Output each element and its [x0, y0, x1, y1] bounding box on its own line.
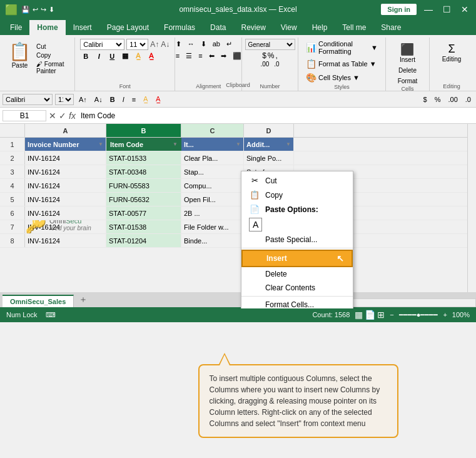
- col-header-d[interactable]: D: [244, 124, 294, 137]
- comma-button[interactable]: ,: [276, 51, 278, 60]
- redo-button[interactable]: ↪: [41, 6, 46, 14]
- increase-decimal-button[interactable]: .00: [258, 60, 271, 68]
- decrease-font-size-button[interactable]: A↓: [161, 40, 170, 49]
- mini-font-select[interactable]: Calibri: [3, 94, 53, 105]
- mini-increase-size-button[interactable]: A↑: [76, 95, 89, 104]
- ctx-format-cells[interactable]: Format Cells...: [241, 298, 353, 308]
- ctx-copy[interactable]: 📋 Copy: [241, 188, 353, 202]
- ctx-cut[interactable]: ✂ Cut: [241, 173, 353, 188]
- insert-cells-button[interactable]: ⬛ Insert: [394, 41, 422, 64]
- col-header-e[interactable]: [294, 124, 476, 137]
- vertical-scrollbar[interactable]: [467, 124, 476, 308]
- cell-c7[interactable]: File Folder w...: [181, 220, 244, 233]
- align-bottom-button[interactable]: ⬇: [198, 39, 209, 49]
- align-center-button[interactable]: ☰: [183, 51, 195, 61]
- currency-button[interactable]: $: [262, 51, 266, 60]
- zoom-slider[interactable]: ━━━━●━━━━: [399, 311, 438, 319]
- cell-c8[interactable]: Binde...: [181, 234, 244, 247]
- font-name-select[interactable]: Calibri: [80, 39, 124, 50]
- cell-b6[interactable]: STAT-00577: [106, 206, 181, 220]
- cell-a5[interactable]: INV-16124: [25, 193, 106, 206]
- cell-b2[interactable]: STAT-01533: [106, 151, 181, 165]
- mini-percent-button[interactable]: %: [432, 95, 443, 104]
- mini-italic-button[interactable]: I: [120, 95, 127, 104]
- mini-fill-color-button[interactable]: A̲: [141, 94, 151, 104]
- tab-share[interactable]: Share: [373, 20, 408, 35]
- normal-view-button[interactable]: ▦: [355, 310, 363, 320]
- cell-a1[interactable]: Invoice Number ▼: [25, 138, 106, 151]
- cell-a8[interactable]: INV-16124: [25, 234, 106, 247]
- border-button[interactable]: ▦: [119, 51, 131, 61]
- align-right-button[interactable]: ≡: [196, 51, 205, 61]
- tab-insert[interactable]: Insert: [66, 20, 99, 35]
- signin-button[interactable]: Sign in: [381, 4, 417, 15]
- autosum-button[interactable]: Σ Editing: [438, 41, 465, 64]
- align-left-button[interactable]: ≡: [173, 51, 182, 61]
- tab-data[interactable]: Data: [203, 20, 233, 35]
- wrap-text-button[interactable]: ↵: [224, 39, 235, 49]
- paste-button[interactable]: 📋 Paste: [6, 40, 33, 70]
- cell-b1[interactable]: Item Code ▼: [106, 138, 181, 151]
- fill-color-button[interactable]: A̲: [133, 51, 144, 61]
- close-button[interactable]: ✕: [458, 4, 471, 14]
- cell-a6[interactable]: INV-16124: [25, 206, 106, 220]
- zoom-plus-button[interactable]: +: [443, 311, 447, 318]
- maximize-button[interactable]: ☐: [440, 4, 453, 14]
- ctx-paste-special[interactable]: Paste Special...: [241, 233, 353, 247]
- sheet-tab-omnisecu-sales[interactable]: OmniSecu_Sales: [3, 295, 74, 307]
- zoom-minus-button[interactable]: −: [390, 311, 393, 318]
- customize-button[interactable]: ⬇: [49, 6, 54, 14]
- cell-c2[interactable]: Clear Pla...: [181, 151, 244, 165]
- cell-c5[interactable]: Open Fil...: [181, 193, 244, 206]
- cell-c1[interactable]: It... ▼: [181, 138, 244, 151]
- tab-formulas[interactable]: Formulas: [156, 20, 203, 35]
- insert-function-button[interactable]: fx: [69, 111, 76, 121]
- align-top-button[interactable]: ⬆: [173, 39, 184, 49]
- font-color-button[interactable]: A̲: [146, 51, 157, 61]
- tab-view[interactable]: View: [273, 20, 305, 35]
- decrease-decimal-button[interactable]: .0: [272, 60, 281, 68]
- tab-home[interactable]: Home: [29, 20, 65, 35]
- tab-file[interactable]: File: [3, 20, 29, 35]
- format-as-table-button[interactable]: 📋 Format as Table ▼: [303, 58, 379, 70]
- cell-c6[interactable]: 2B ...: [181, 206, 244, 220]
- col-header-a[interactable]: A: [25, 124, 106, 137]
- orientation-button[interactable]: ab: [210, 39, 223, 49]
- formula-input[interactable]: [78, 111, 473, 121]
- tab-tell-me[interactable]: Tell me: [335, 20, 373, 35]
- copy-button[interactable]: Copy: [34, 51, 71, 59]
- mini-decrease-size-button[interactable]: A↓: [92, 95, 105, 104]
- mini-size-select[interactable]: 11: [55, 94, 74, 105]
- add-sheet-button[interactable]: ＋: [74, 292, 93, 307]
- dropdown-arrow[interactable]: ▼: [236, 141, 241, 147]
- cell-a7[interactable]: 🔑 OmniSecu feed your brain INV-16124: [25, 220, 106, 233]
- mini-dollar-button[interactable]: $: [421, 95, 430, 104]
- cell-a2[interactable]: INV-16124: [25, 151, 106, 165]
- horizontal-scrollbar[interactable]: [351, 298, 476, 307]
- save-button[interactable]: 💾: [21, 6, 30, 14]
- tab-review[interactable]: Review: [233, 20, 273, 35]
- percent-button[interactable]: %: [268, 51, 275, 60]
- undo-button[interactable]: ↩: [33, 6, 38, 14]
- cell-d1[interactable]: Addit... ▼: [244, 138, 294, 151]
- cell-c3[interactable]: Stap...: [181, 165, 244, 178]
- cell-d2[interactable]: Single Po...: [244, 151, 294, 165]
- increase-font-size-button[interactable]: A↑: [150, 40, 159, 49]
- format-painter-button[interactable]: 🖌 Format Painter: [34, 60, 71, 75]
- decrease-indent-button[interactable]: ⬅: [206, 51, 217, 61]
- cell-c4[interactable]: Compu...: [181, 179, 244, 192]
- conditional-formatting-button[interactable]: 📊 Conditional Formatting ▼: [303, 39, 380, 56]
- cell-b5[interactable]: FURN-05632: [106, 193, 181, 206]
- dropdown-arrow[interactable]: ▼: [173, 141, 178, 147]
- page-break-view-button[interactable]: ⊞: [377, 310, 385, 320]
- mini-align-button[interactable]: ≡: [129, 95, 138, 104]
- page-layout-view-button[interactable]: 📄: [365, 310, 375, 320]
- cell-b8[interactable]: STAT-01204: [106, 234, 181, 247]
- dropdown-arrow[interactable]: ▼: [286, 141, 291, 147]
- paste-option-1[interactable]: A: [249, 218, 262, 232]
- underline-button[interactable]: U: [106, 52, 118, 61]
- col-header-c[interactable]: C: [181, 124, 244, 137]
- cell-a3[interactable]: INV-16124: [25, 165, 106, 178]
- mini-decrease-decimal-button[interactable]: .0: [463, 95, 473, 104]
- mini-increase-decimal-button[interactable]: .00: [446, 95, 460, 104]
